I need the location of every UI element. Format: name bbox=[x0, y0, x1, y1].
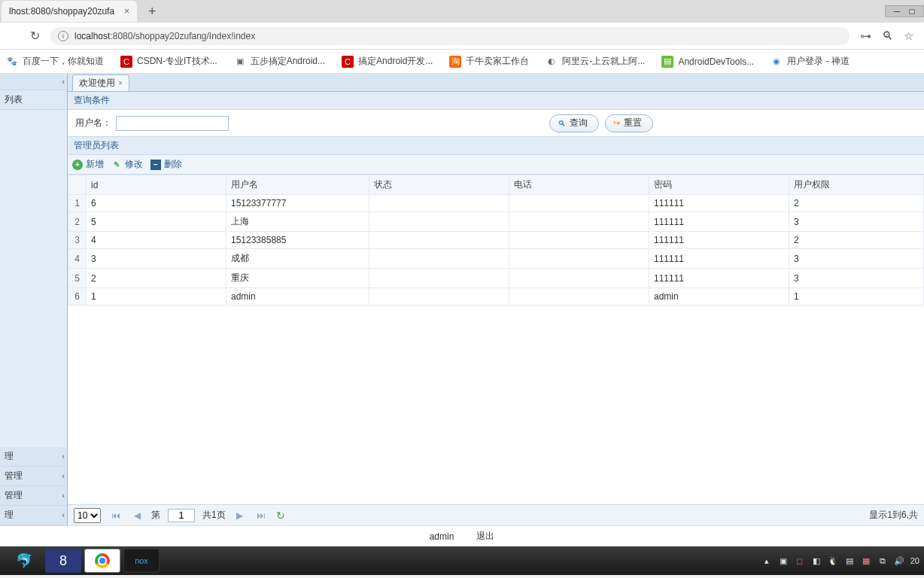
reset-button[interactable]: ↪重置 bbox=[605, 114, 653, 132]
taskbar-app-chrome[interactable] bbox=[84, 549, 120, 573]
table-row[interactable]: 43成都1111113 bbox=[68, 249, 924, 269]
cell-rownum: 4 bbox=[68, 249, 87, 269]
tray-icon[interactable]: ▦ bbox=[861, 555, 871, 566]
cell-perm: 3 bbox=[789, 212, 924, 232]
browser-tab[interactable]: lhost:8080/shoppay20zufa × bbox=[2, 1, 137, 22]
star-icon[interactable]: ☆ bbox=[904, 29, 913, 43]
minimize-button[interactable]: ─ bbox=[892, 8, 902, 15]
sidebar-item[interactable]: 管理‹‹ bbox=[0, 486, 67, 506]
col-id[interactable]: id bbox=[87, 175, 226, 195]
col-rownum bbox=[68, 175, 87, 195]
cell-rownum: 3 bbox=[68, 232, 87, 249]
cell-status bbox=[369, 195, 509, 212]
delete-button[interactable]: −删除 bbox=[150, 158, 182, 171]
zoom-icon[interactable]: 🔍︎ bbox=[882, 29, 893, 43]
table-row[interactable]: 16151233777771111112 bbox=[68, 195, 924, 212]
search-button[interactable]: 🔍︎查询 bbox=[549, 114, 599, 132]
app-area: ‹‹ 列表 理‹‹ 管理‹‹ 管理‹‹ 理‹‹ 欢迎使用 × 查询条件 用户名：… bbox=[0, 74, 924, 525]
sidebar-item[interactable]: 管理‹‹ bbox=[0, 467, 67, 486]
minus-icon: − bbox=[150, 160, 161, 170]
tray-icon[interactable]: ⧉ bbox=[877, 555, 888, 566]
table-header-row: id 用户名 状态 电话 密码 用户权限 bbox=[68, 175, 924, 195]
bookmark-item[interactable]: ◉用户登录 - 禅道 bbox=[771, 55, 850, 68]
taskbar-app-nox[interactable]: nox bbox=[123, 549, 160, 573]
tray-up-icon[interactable]: ▴ bbox=[761, 555, 772, 566]
tray-icon[interactable]: ▣ bbox=[778, 555, 789, 566]
window-controls: ─ □ bbox=[885, 5, 924, 17]
taskbar-app-dolphin[interactable]: 🐬 bbox=[6, 549, 42, 573]
page-prefix: 第 bbox=[151, 509, 160, 522]
tray-icon[interactable]: 🐧 bbox=[828, 555, 838, 566]
url-box[interactable]: i localhost:8080/shoppay20zufang/Index!i… bbox=[50, 27, 850, 45]
cell-password: admin bbox=[649, 288, 789, 306]
bookmark-item[interactable]: C搞定Android开发... bbox=[342, 55, 433, 68]
tray-icon[interactable]: ◧ bbox=[811, 555, 822, 566]
sidebar-item[interactable]: 理‹‹ bbox=[0, 447, 67, 467]
col-perm[interactable]: 用户权限 bbox=[789, 175, 924, 195]
col-password[interactable]: 密码 bbox=[649, 175, 789, 195]
next-page-button[interactable]: ▶ bbox=[233, 510, 246, 521]
bookmark-item[interactable]: CCSDN-专业IT技术... bbox=[120, 55, 217, 68]
col-status[interactable]: 状态 bbox=[369, 175, 509, 195]
bookmark-item[interactable]: ▤AndroidDevTools... bbox=[661, 56, 754, 68]
tray-icon[interactable]: ▤ bbox=[844, 555, 855, 566]
taskbar-app-8[interactable]: 8 bbox=[45, 549, 81, 573]
table-row[interactable]: 52重庆1111113 bbox=[68, 269, 924, 288]
logout-link[interactable]: 退出 bbox=[476, 530, 494, 543]
table-row[interactable]: 61adminadmin1 bbox=[68, 288, 924, 306]
address-bar: ↻ i localhost:8080/shoppay20zufang/Index… bbox=[0, 23, 924, 50]
table-wrap[interactable]: id 用户名 状态 电话 密码 用户权限 1615123377777111111… bbox=[68, 175, 924, 504]
refresh-button[interactable]: ↻ bbox=[276, 510, 285, 522]
bookmark-label: 千牛卖家工作台 bbox=[466, 55, 529, 68]
bookmark-label: AndroidDevTools... bbox=[678, 56, 754, 67]
cell-id: 5 bbox=[87, 212, 226, 232]
sidebar-collapse[interactable]: ‹‹ bbox=[0, 74, 67, 90]
maximize-button[interactable]: □ bbox=[907, 8, 917, 15]
bookmark-item[interactable]: 淘千牛卖家工作台 bbox=[449, 55, 529, 68]
close-icon[interactable]: × bbox=[124, 6, 129, 17]
prev-page-button[interactable]: ◀ bbox=[131, 510, 144, 521]
key-icon[interactable]: ⊶ bbox=[860, 29, 871, 43]
table-row[interactable]: 25上海1111113 bbox=[68, 212, 924, 232]
add-button[interactable]: +新增 bbox=[72, 158, 104, 171]
paw-icon: 🐾 bbox=[6, 56, 18, 68]
sidebar-label: 理 bbox=[5, 509, 14, 522]
cell-rownum: 5 bbox=[68, 269, 87, 288]
col-username[interactable]: 用户名 bbox=[226, 175, 369, 195]
cell-phone bbox=[509, 288, 649, 306]
cell-password: 111111 bbox=[649, 269, 789, 288]
edit-button[interactable]: ✎修改 bbox=[111, 158, 143, 171]
cell-rownum: 6 bbox=[68, 288, 87, 306]
bookmark-item[interactable]: 🐾百度一下，你就知道 bbox=[6, 55, 104, 68]
page-size-select[interactable]: 10 bbox=[74, 508, 101, 523]
cell-perm: 2 bbox=[789, 195, 924, 212]
close-icon[interactable]: × bbox=[118, 79, 123, 87]
page-input[interactable] bbox=[168, 509, 195, 522]
cell-username: 成都 bbox=[226, 249, 369, 269]
table-row[interactable]: 34151233858851111112 bbox=[68, 232, 924, 249]
first-page-button[interactable]: ⏮ bbox=[108, 510, 123, 521]
bookmark-item[interactable]: ◐阿里云-上云就上阿... bbox=[546, 55, 645, 68]
button-label: 新增 bbox=[86, 158, 104, 171]
last-page-button[interactable]: ⏭ bbox=[254, 510, 269, 521]
reload-button[interactable]: ↻ bbox=[30, 29, 40, 43]
app-tab[interactable]: 欢迎使用 × bbox=[72, 75, 129, 91]
app-tabbar: 欢迎使用 × bbox=[68, 74, 924, 92]
bookmark-item[interactable]: ▣五步搞定Android... bbox=[234, 55, 325, 68]
tray-clock[interactable]: 20 bbox=[910, 556, 919, 565]
browser-tab-strip: lhost:8080/shoppay20zufa × + ─ □ bbox=[0, 0, 924, 23]
volume-icon[interactable]: 🔊 bbox=[894, 555, 904, 566]
sidebar-label: 管理 bbox=[5, 489, 23, 502]
info-icon[interactable]: i bbox=[58, 31, 68, 41]
username-input[interactable] bbox=[116, 116, 229, 131]
sidebar-item[interactable]: 理‹‹ bbox=[0, 506, 67, 525]
tray-icon[interactable]: ◻ bbox=[795, 555, 805, 566]
sidebar-item[interactable]: 列表 bbox=[0, 90, 67, 110]
cell-perm: 3 bbox=[789, 249, 924, 269]
cell-phone bbox=[509, 212, 649, 232]
cell-id: 6 bbox=[87, 195, 226, 212]
cell-password: 111111 bbox=[649, 212, 789, 232]
col-phone[interactable]: 电话 bbox=[509, 175, 649, 195]
new-tab-button[interactable]: + bbox=[148, 4, 157, 20]
button-label: 查询 bbox=[570, 117, 588, 129]
